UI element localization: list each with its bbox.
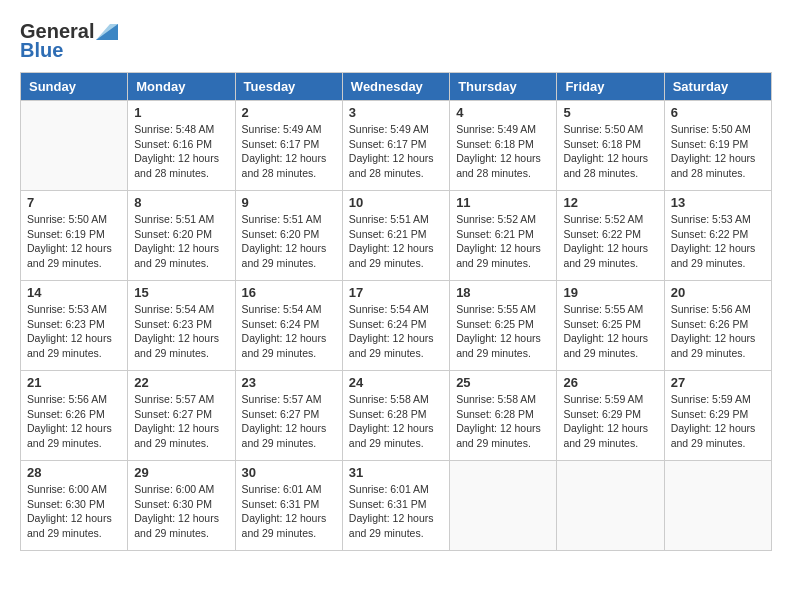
header-wednesday: Wednesday <box>342 73 449 101</box>
day-number: 31 <box>349 465 443 480</box>
calendar-cell: 23Sunrise: 5:57 AM Sunset: 6:27 PM Dayli… <box>235 371 342 461</box>
calendar-week-row: 7Sunrise: 5:50 AM Sunset: 6:19 PM Daylig… <box>21 191 772 281</box>
day-number: 16 <box>242 285 336 300</box>
calendar-cell: 24Sunrise: 5:58 AM Sunset: 6:28 PM Dayli… <box>342 371 449 461</box>
calendar-cell: 20Sunrise: 5:56 AM Sunset: 6:26 PM Dayli… <box>664 281 771 371</box>
header-thursday: Thursday <box>450 73 557 101</box>
svg-marker-1 <box>96 24 118 40</box>
day-number: 24 <box>349 375 443 390</box>
day-info: Sunrise: 5:55 AM Sunset: 6:25 PM Dayligh… <box>563 302 657 361</box>
day-number: 22 <box>134 375 228 390</box>
calendar-cell: 30Sunrise: 6:01 AM Sunset: 6:31 PM Dayli… <box>235 461 342 551</box>
day-info: Sunrise: 5:54 AM Sunset: 6:24 PM Dayligh… <box>242 302 336 361</box>
calendar-cell: 22Sunrise: 5:57 AM Sunset: 6:27 PM Dayli… <box>128 371 235 461</box>
calendar-cell: 3Sunrise: 5:49 AM Sunset: 6:17 PM Daylig… <box>342 101 449 191</box>
day-number: 11 <box>456 195 550 210</box>
calendar-header-row: SundayMondayTuesdayWednesdayThursdayFrid… <box>21 73 772 101</box>
calendar-cell: 28Sunrise: 6:00 AM Sunset: 6:30 PM Dayli… <box>21 461 128 551</box>
day-number: 5 <box>563 105 657 120</box>
calendar-cell: 13Sunrise: 5:53 AM Sunset: 6:22 PM Dayli… <box>664 191 771 281</box>
day-number: 4 <box>456 105 550 120</box>
day-number: 2 <box>242 105 336 120</box>
day-number: 28 <box>27 465 121 480</box>
day-number: 18 <box>456 285 550 300</box>
calendar-cell: 26Sunrise: 5:59 AM Sunset: 6:29 PM Dayli… <box>557 371 664 461</box>
day-info: Sunrise: 5:49 AM Sunset: 6:17 PM Dayligh… <box>242 122 336 181</box>
day-info: Sunrise: 5:55 AM Sunset: 6:25 PM Dayligh… <box>456 302 550 361</box>
logo-icon <box>96 24 118 40</box>
day-number: 30 <box>242 465 336 480</box>
day-info: Sunrise: 5:48 AM Sunset: 6:16 PM Dayligh… <box>134 122 228 181</box>
day-number: 17 <box>349 285 443 300</box>
calendar-cell: 6Sunrise: 5:50 AM Sunset: 6:19 PM Daylig… <box>664 101 771 191</box>
day-info: Sunrise: 6:01 AM Sunset: 6:31 PM Dayligh… <box>349 482 443 541</box>
day-info: Sunrise: 6:00 AM Sunset: 6:30 PM Dayligh… <box>27 482 121 541</box>
calendar-cell: 29Sunrise: 6:00 AM Sunset: 6:30 PM Dayli… <box>128 461 235 551</box>
day-info: Sunrise: 5:57 AM Sunset: 6:27 PM Dayligh… <box>242 392 336 451</box>
header: General Blue <box>20 20 772 62</box>
day-number: 13 <box>671 195 765 210</box>
day-info: Sunrise: 5:59 AM Sunset: 6:29 PM Dayligh… <box>671 392 765 451</box>
calendar-cell <box>664 461 771 551</box>
day-info: Sunrise: 5:59 AM Sunset: 6:29 PM Dayligh… <box>563 392 657 451</box>
calendar-cell <box>557 461 664 551</box>
day-info: Sunrise: 5:52 AM Sunset: 6:21 PM Dayligh… <box>456 212 550 271</box>
day-number: 29 <box>134 465 228 480</box>
calendar-cell: 4Sunrise: 5:49 AM Sunset: 6:18 PM Daylig… <box>450 101 557 191</box>
day-number: 27 <box>671 375 765 390</box>
day-number: 21 <box>27 375 121 390</box>
day-info: Sunrise: 5:52 AM Sunset: 6:22 PM Dayligh… <box>563 212 657 271</box>
day-number: 1 <box>134 105 228 120</box>
day-number: 26 <box>563 375 657 390</box>
day-number: 8 <box>134 195 228 210</box>
calendar-cell: 21Sunrise: 5:56 AM Sunset: 6:26 PM Dayli… <box>21 371 128 461</box>
calendar-cell: 1Sunrise: 5:48 AM Sunset: 6:16 PM Daylig… <box>128 101 235 191</box>
header-monday: Monday <box>128 73 235 101</box>
calendar-week-row: 1Sunrise: 5:48 AM Sunset: 6:16 PM Daylig… <box>21 101 772 191</box>
day-info: Sunrise: 5:50 AM Sunset: 6:19 PM Dayligh… <box>671 122 765 181</box>
logo: General Blue <box>20 20 118 62</box>
calendar-cell: 17Sunrise: 5:54 AM Sunset: 6:24 PM Dayli… <box>342 281 449 371</box>
day-info: Sunrise: 5:53 AM Sunset: 6:23 PM Dayligh… <box>27 302 121 361</box>
calendar-week-row: 14Sunrise: 5:53 AM Sunset: 6:23 PM Dayli… <box>21 281 772 371</box>
calendar-cell: 9Sunrise: 5:51 AM Sunset: 6:20 PM Daylig… <box>235 191 342 281</box>
day-info: Sunrise: 5:56 AM Sunset: 6:26 PM Dayligh… <box>671 302 765 361</box>
day-number: 6 <box>671 105 765 120</box>
header-saturday: Saturday <box>664 73 771 101</box>
calendar-cell: 27Sunrise: 5:59 AM Sunset: 6:29 PM Dayli… <box>664 371 771 461</box>
calendar-cell: 11Sunrise: 5:52 AM Sunset: 6:21 PM Dayli… <box>450 191 557 281</box>
day-info: Sunrise: 6:01 AM Sunset: 6:31 PM Dayligh… <box>242 482 336 541</box>
calendar-cell: 7Sunrise: 5:50 AM Sunset: 6:19 PM Daylig… <box>21 191 128 281</box>
calendar-cell: 18Sunrise: 5:55 AM Sunset: 6:25 PM Dayli… <box>450 281 557 371</box>
day-info: Sunrise: 5:58 AM Sunset: 6:28 PM Dayligh… <box>349 392 443 451</box>
calendar-cell: 31Sunrise: 6:01 AM Sunset: 6:31 PM Dayli… <box>342 461 449 551</box>
header-tuesday: Tuesday <box>235 73 342 101</box>
header-friday: Friday <box>557 73 664 101</box>
day-number: 20 <box>671 285 765 300</box>
calendar-cell: 8Sunrise: 5:51 AM Sunset: 6:20 PM Daylig… <box>128 191 235 281</box>
day-number: 14 <box>27 285 121 300</box>
day-number: 19 <box>563 285 657 300</box>
day-info: Sunrise: 5:49 AM Sunset: 6:18 PM Dayligh… <box>456 122 550 181</box>
calendar: SundayMondayTuesdayWednesdayThursdayFrid… <box>20 72 772 551</box>
calendar-cell: 19Sunrise: 5:55 AM Sunset: 6:25 PM Dayli… <box>557 281 664 371</box>
day-number: 7 <box>27 195 121 210</box>
day-number: 3 <box>349 105 443 120</box>
calendar-cell: 16Sunrise: 5:54 AM Sunset: 6:24 PM Dayli… <box>235 281 342 371</box>
logo-blue: Blue <box>20 39 63 62</box>
day-number: 12 <box>563 195 657 210</box>
calendar-cell: 5Sunrise: 5:50 AM Sunset: 6:18 PM Daylig… <box>557 101 664 191</box>
calendar-cell: 15Sunrise: 5:54 AM Sunset: 6:23 PM Dayli… <box>128 281 235 371</box>
calendar-cell: 10Sunrise: 5:51 AM Sunset: 6:21 PM Dayli… <box>342 191 449 281</box>
day-number: 25 <box>456 375 550 390</box>
calendar-cell: 25Sunrise: 5:58 AM Sunset: 6:28 PM Dayli… <box>450 371 557 461</box>
day-info: Sunrise: 5:51 AM Sunset: 6:21 PM Dayligh… <box>349 212 443 271</box>
day-number: 23 <box>242 375 336 390</box>
day-info: Sunrise: 5:49 AM Sunset: 6:17 PM Dayligh… <box>349 122 443 181</box>
calendar-cell: 12Sunrise: 5:52 AM Sunset: 6:22 PM Dayli… <box>557 191 664 281</box>
day-info: Sunrise: 5:57 AM Sunset: 6:27 PM Dayligh… <box>134 392 228 451</box>
calendar-week-row: 21Sunrise: 5:56 AM Sunset: 6:26 PM Dayli… <box>21 371 772 461</box>
header-sunday: Sunday <box>21 73 128 101</box>
day-info: Sunrise: 5:54 AM Sunset: 6:23 PM Dayligh… <box>134 302 228 361</box>
calendar-cell <box>450 461 557 551</box>
